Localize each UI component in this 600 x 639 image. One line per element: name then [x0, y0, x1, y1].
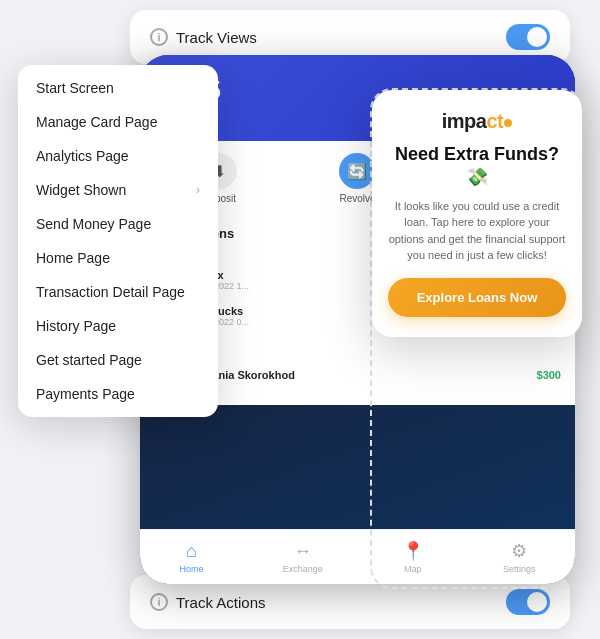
dropdown-item-payments[interactable]: Payments Page: [18, 377, 218, 411]
item-label-3: Widget Shown: [36, 182, 126, 198]
logo-text: impa: [442, 110, 487, 132]
track-actions-toggle[interactable]: ✓: [506, 589, 550, 615]
info-icon: i: [150, 28, 168, 46]
explore-loans-button[interactable]: Explore Loans Now: [388, 278, 566, 317]
exchange-icon: ↔: [294, 541, 312, 562]
chevron-right-icon: ›: [196, 183, 200, 197]
nav-settings[interactable]: ⚙ Settings: [503, 540, 536, 574]
item-label-8: Get started Page: [36, 352, 142, 368]
dropdown-item-get-started[interactable]: Get started Page: [18, 343, 218, 377]
toggle-check-actions-icon: ✓: [536, 594, 544, 605]
logo-highlight: ct: [486, 110, 503, 132]
dropdown-item-widget-shown[interactable]: Widget Shown ›: [18, 173, 218, 207]
revolve-label: Revolve: [339, 193, 375, 204]
info-icon-actions: i: [150, 593, 168, 611]
widget-popup: impact Need Extra Funds? 💸 It looks like…: [372, 90, 582, 337]
user-amount: $300: [537, 369, 561, 381]
nav-map-label: Map: [404, 564, 422, 574]
item-label-6: Transaction Detail Page: [36, 284, 185, 300]
dropdown-item-home[interactable]: Home Page: [18, 241, 218, 275]
item-label-0: Start Screen: [36, 80, 114, 96]
toggle-check-icon: ✓: [536, 29, 544, 40]
dropdown-item-send-money[interactable]: Send Money Page: [18, 207, 218, 241]
track-views-text: Track Views: [176, 29, 257, 46]
track-actions-label: i Track Actions: [150, 593, 265, 611]
home-icon: ⌂: [186, 541, 197, 562]
dropdown-item-manage-card[interactable]: Manage Card Page: [18, 105, 218, 139]
item-label-1: Manage Card Page: [36, 114, 157, 130]
dropdown-item-analytics[interactable]: Analytics Page: [18, 139, 218, 173]
settings-icon: ⚙: [511, 540, 527, 562]
impact-logo: impact: [442, 110, 512, 133]
nav-map[interactable]: 📍 Map: [402, 540, 424, 574]
impact-dot: [504, 119, 512, 127]
nav-home[interactable]: ⌂ Home: [180, 541, 204, 574]
item-label-2: Analytics Page: [36, 148, 129, 164]
item-label-7: History Page: [36, 318, 116, 334]
dropdown-item-start-screen[interactable]: Start Screen: [18, 71, 218, 105]
map-icon: 📍: [402, 540, 424, 562]
track-actions-text: Track Actions: [176, 594, 265, 611]
nav-exchange-label: Exchange: [283, 564, 323, 574]
dropdown-item-history[interactable]: History Page: [18, 309, 218, 343]
widget-title: Need Extra Funds? 💸: [388, 143, 566, 190]
nav-settings-label: Settings: [503, 564, 536, 574]
item-label-9: Payments Page: [36, 386, 135, 402]
nav-exchange[interactable]: ↔ Exchange: [283, 541, 323, 574]
revolve-action[interactable]: 🔄 Revolve: [339, 153, 375, 204]
track-views-label: i Track Views: [150, 28, 257, 46]
item-label-4: Send Money Page: [36, 216, 151, 232]
dropdown-item-transaction-detail[interactable]: Transaction Detail Page: [18, 275, 218, 309]
track-views-toggle[interactable]: ✓: [506, 24, 550, 50]
widget-description: It looks like you could use a credit loa…: [388, 198, 566, 264]
dropdown-menu: Start Screen Manage Card Page Analytics …: [18, 65, 218, 417]
nav-home-label: Home: [180, 564, 204, 574]
item-label-5: Home Page: [36, 250, 110, 266]
app-bottom-nav: ⌂ Home ↔ Exchange 📍 Map ⚙ Settings: [140, 529, 575, 584]
revolve-icon: 🔄: [339, 153, 375, 189]
